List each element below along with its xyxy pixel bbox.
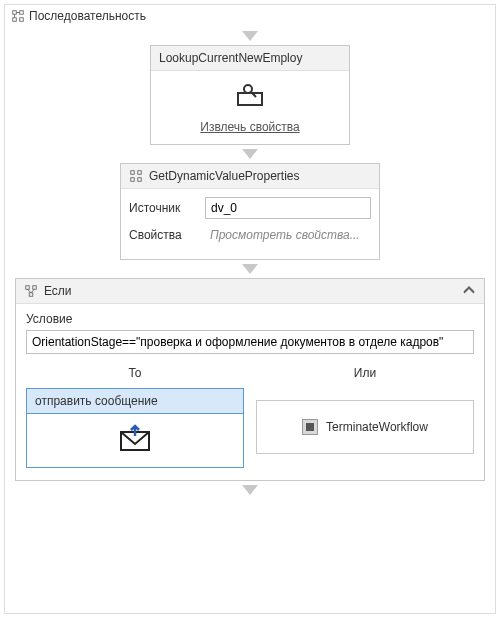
get-dynamic-value-properties-activity[interactable]: GetDynamicValueProperties Источник Свойс… (120, 163, 380, 260)
svg-rect-1 (20, 11, 24, 15)
sequence-container: Последовательность LookupCurrentNewEmplo… (4, 4, 496, 614)
extract-properties-link[interactable]: Извлечь свойства (200, 120, 299, 134)
collapse-icon[interactable] (462, 284, 476, 298)
connector-1[interactable] (5, 145, 495, 163)
terminate-workflow-activity[interactable]: TerminateWorkflow (256, 400, 474, 454)
activity-icon (129, 169, 143, 183)
if-activity[interactable]: Если Условие То отправить сообщение (15, 278, 485, 481)
connector-top[interactable] (5, 27, 495, 45)
connector-bottom[interactable] (5, 481, 495, 499)
lookup-title: LookupCurrentNewEmploy (151, 46, 349, 71)
lookup-activity[interactable]: LookupCurrentNewEmploy Извлечь свойства (150, 45, 350, 145)
svg-rect-3 (20, 18, 24, 22)
sequence-title: Последовательность (29, 9, 146, 23)
send-message-title: отправить сообщение (27, 389, 243, 414)
sequence-icon (11, 9, 25, 23)
send-mail-icon (117, 424, 153, 455)
else-label: Или (256, 362, 474, 388)
svg-point-7 (244, 85, 252, 93)
condition-input[interactable] (26, 330, 474, 354)
stop-icon (302, 419, 318, 435)
if-title: Если (44, 284, 72, 298)
svg-rect-9 (131, 171, 135, 175)
get-dynamic-title: GetDynamicValueProperties (149, 169, 300, 183)
svg-rect-13 (26, 286, 30, 290)
svg-rect-14 (33, 286, 37, 290)
source-label: Источник (129, 201, 197, 215)
svg-rect-12 (138, 178, 142, 182)
connector-2[interactable] (5, 260, 495, 278)
send-message-activity[interactable]: отправить сообщение (26, 388, 244, 468)
sequence-header: Последовательность (5, 5, 495, 27)
properties-label: Свойства (129, 228, 197, 242)
svg-rect-10 (138, 171, 142, 175)
query-icon (232, 81, 268, 112)
terminate-workflow-title: TerminateWorkflow (326, 420, 428, 434)
svg-rect-6 (238, 93, 262, 105)
properties-placeholder[interactable]: Просмотреть свойства... (205, 225, 371, 245)
svg-rect-15 (29, 293, 33, 297)
svg-rect-0 (13, 11, 17, 15)
then-label: То (26, 362, 244, 388)
svg-line-16 (28, 289, 32, 293)
svg-rect-2 (13, 18, 17, 22)
svg-rect-11 (131, 178, 135, 182)
if-icon (24, 284, 38, 298)
condition-label: Условие (26, 312, 474, 326)
source-input[interactable] (205, 197, 371, 219)
svg-line-17 (31, 289, 35, 293)
